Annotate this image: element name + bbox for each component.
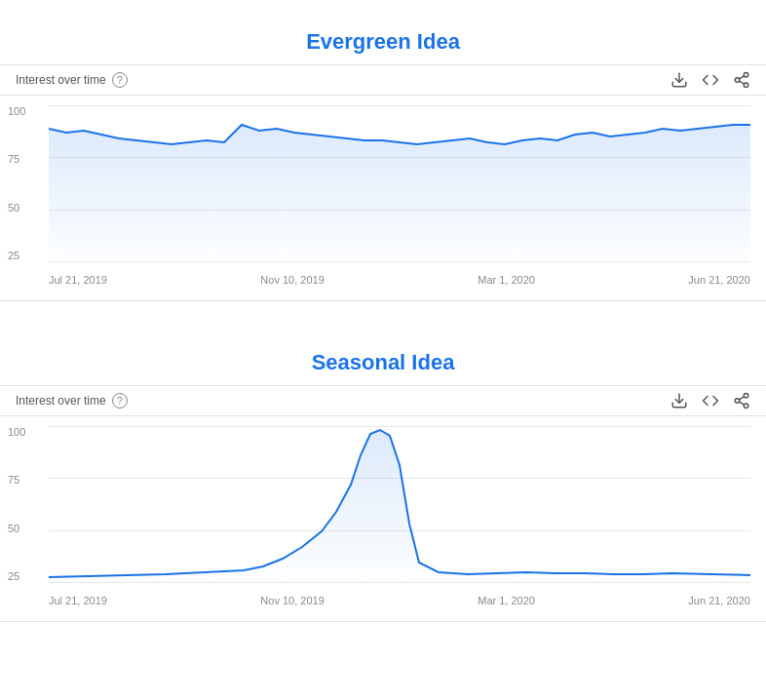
evergreen-header-left: Interest over time ? (16, 72, 128, 88)
seasonal-header-right (670, 392, 750, 409)
evergreen-chart-area: 100 75 50 25 Jul 21, 201 (0, 96, 766, 291)
evergreen-header-right (670, 71, 750, 89)
evergreen-code-icon[interactable] (702, 71, 719, 89)
evergreen-x-axis: Jul 21, 2019 Nov 10, 2019 Mar 1, 2020 Ju… (49, 274, 750, 286)
svg-line-10 (739, 402, 744, 405)
seasonal-y-axis: 100 75 50 25 (8, 426, 25, 582)
seasonal-interest-label: Interest over time (16, 394, 106, 408)
evergreen-help-icon[interactable]: ? (112, 72, 128, 88)
evergreen-line-svg (49, 105, 750, 261)
svg-line-5 (739, 76, 744, 79)
evergreen-chart-header: Interest over time ? (0, 64, 766, 96)
seasonal-chart-section: Seasonal Idea Interest over time ? (0, 321, 766, 622)
seasonal-chart-title: Seasonal Idea (0, 340, 766, 375)
seasonal-code-icon[interactable] (702, 392, 719, 409)
seasonal-x-axis: Jul 21, 2019 Nov 10, 2019 Mar 1, 2020 Ju… (49, 595, 750, 606)
seasonal-share-icon[interactable] (733, 392, 750, 409)
evergreen-interest-label: Interest over time (16, 73, 106, 87)
seasonal-line-svg (49, 426, 750, 582)
seasonal-chart-area: 100 75 50 25 Jul 21, 201 (0, 416, 766, 611)
evergreen-share-icon[interactable] (733, 71, 750, 89)
evergreen-chart-title: Evergreen Idea (0, 19, 766, 55)
seasonal-download-icon[interactable] (670, 392, 688, 409)
svg-line-11 (739, 397, 744, 400)
seasonal-header-left: Interest over time ? (16, 393, 128, 408)
evergreen-download-icon[interactable] (670, 71, 688, 89)
svg-line-4 (739, 81, 744, 84)
evergreen-y-axis: 100 75 50 25 (8, 105, 25, 261)
evergreen-chart-section: Evergreen Idea Interest over time ? (0, 0, 766, 301)
seasonal-help-icon[interactable]: ? (112, 393, 128, 408)
seasonal-chart-header: Interest over time ? (0, 385, 766, 416)
